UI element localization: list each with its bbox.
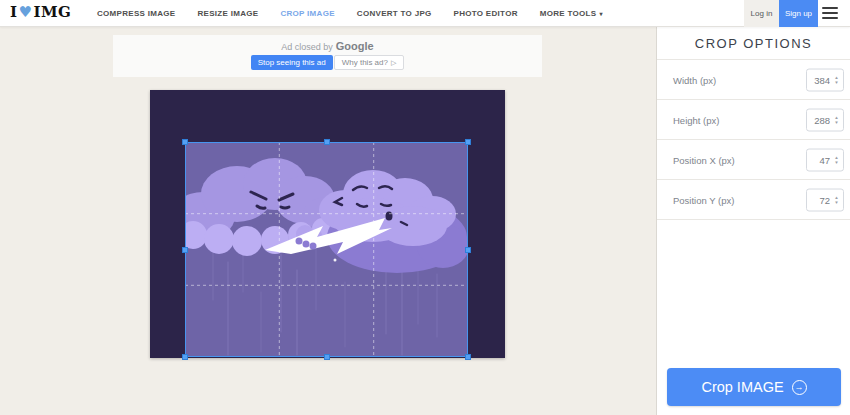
- width-label: Width (px): [673, 74, 716, 85]
- menu-bar: [822, 17, 838, 19]
- width-stepper: ▲ ▼: [832, 70, 841, 89]
- position-x-label: Position X (px): [673, 154, 735, 165]
- login-button[interactable]: Log in: [744, 0, 779, 27]
- panel-title: CROP OPTIONS: [657, 27, 850, 60]
- position-y-label: Position Y (px): [673, 194, 734, 205]
- logo-text-img: IMG: [33, 3, 71, 21]
- menu-bar: [822, 7, 838, 9]
- nav-resize-image[interactable]: RESIZE IMAGE: [186, 0, 269, 27]
- ad-closed-prefix: Ad closed by: [281, 42, 333, 52]
- nav-convert-to-jpg[interactable]: CONVERT TO JPG: [346, 0, 443, 27]
- height-row: Height (px) ▲ ▼: [657, 100, 850, 140]
- stepper-down-icon[interactable]: ▼: [834, 200, 838, 205]
- nav-crop-image[interactable]: CROP IMAGE: [269, 0, 345, 27]
- google-logo: Google: [336, 40, 374, 52]
- caret-down-icon: ▾: [599, 11, 602, 17]
- stepper-down-icon[interactable]: ▼: [834, 80, 838, 85]
- nav-more-tools[interactable]: MORE TOOLS▾: [529, 0, 614, 28]
- arrow-right-glyph: →: [795, 383, 804, 392]
- ad-banner: Ad closed byGoogle Stop seeing this ad W…: [113, 35, 542, 77]
- main-nav: COMPRESS IMAGE RESIZE IMAGE CROP IMAGE C…: [86, 0, 614, 27]
- arrow-right-circle-icon: →: [792, 380, 807, 395]
- crop-handle-bottom-middle[interactable]: [324, 354, 330, 360]
- height-stepper: ▲ ▼: [832, 110, 841, 129]
- position-y-row: Position Y (px) ▲ ▼: [657, 180, 850, 220]
- workspace: Ad closed byGoogle Stop seeing this ad W…: [0, 27, 656, 415]
- crop-handle-bottom-left[interactable]: [182, 354, 188, 360]
- ad-closed-text: Ad closed byGoogle: [113, 40, 542, 52]
- menu-bar: [822, 12, 838, 14]
- crop-handle-top-left[interactable]: [182, 139, 188, 145]
- signup-button[interactable]: Sign up: [779, 0, 818, 27]
- position-x-stepper: ▲ ▼: [832, 150, 841, 169]
- ilovimg-crop-page: I ♥ IMG COMPRESS IMAGE RESIZE IMAGE CROP…: [0, 0, 850, 415]
- stop-seeing-ad-button[interactable]: Stop seeing this ad: [251, 55, 333, 70]
- why-this-ad-label: Why this ad?: [342, 58, 388, 67]
- adchoices-icon: ▷: [391, 59, 396, 66]
- crop-handle-top-middle[interactable]: [324, 139, 330, 145]
- crop-handle-top-right[interactable]: [465, 139, 471, 145]
- menu-icon[interactable]: [822, 7, 838, 20]
- width-row: Width (px) ▲ ▼: [657, 60, 850, 100]
- stepper-down-icon[interactable]: ▼: [834, 120, 838, 125]
- crop-area: [185, 142, 468, 357]
- ad-actions: Stop seeing this ad Why this ad?▷: [113, 55, 542, 70]
- position-y-stepper: ▲ ▼: [832, 190, 841, 209]
- nav-photo-editor[interactable]: PHOTO EDITOR: [443, 0, 529, 27]
- why-this-ad-button[interactable]: Why this ad?▷: [334, 55, 405, 70]
- position-x-row: Position X (px) ▲ ▼: [657, 140, 850, 180]
- crop-handle-bottom-right[interactable]: [465, 354, 471, 360]
- crop-handle-middle-left[interactable]: [182, 247, 188, 253]
- top-navbar: I ♥ IMG COMPRESS IMAGE RESIZE IMAGE CROP…: [0, 0, 850, 27]
- crop-image-button-label: Crop IMAGE: [701, 379, 783, 395]
- crop-selection-border[interactable]: [185, 142, 468, 357]
- crop-image-button[interactable]: Crop IMAGE →: [667, 368, 841, 406]
- nav-compress-image[interactable]: COMPRESS IMAGE: [86, 0, 186, 27]
- nav-more-tools-label: MORE TOOLS: [540, 9, 597, 18]
- image-canvas: [150, 90, 505, 358]
- site-logo[interactable]: I ♥ IMG: [10, 3, 71, 21]
- heart-icon: ♥: [19, 3, 33, 21]
- height-label: Height (px): [673, 114, 719, 125]
- logo-text-i: I: [10, 3, 18, 21]
- crop-options-panel: CROP OPTIONS Width (px) ▲ ▼ Height (px) …: [656, 27, 850, 415]
- crop-handle-middle-right[interactable]: [465, 247, 471, 253]
- stepper-down-icon[interactable]: ▼: [834, 160, 838, 165]
